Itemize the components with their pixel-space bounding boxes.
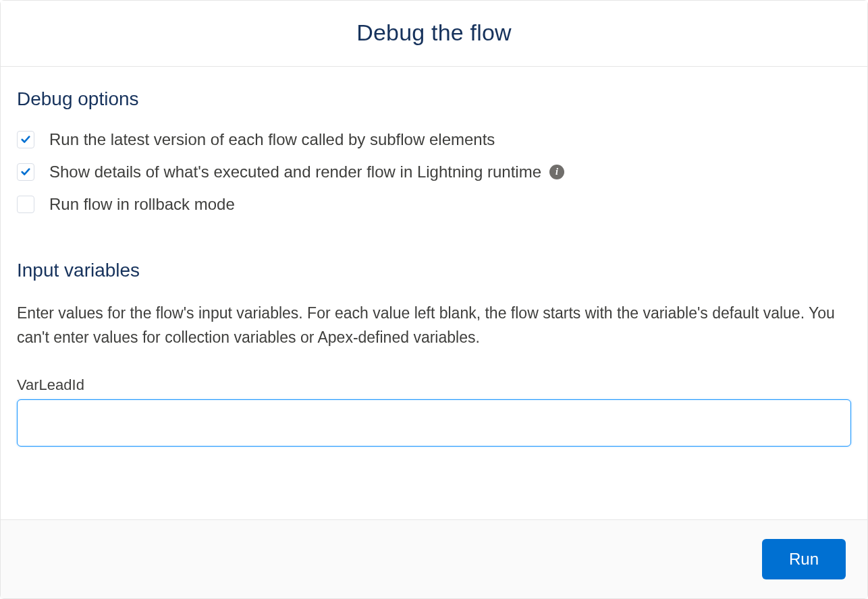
modal-header: Debug the flow [1,1,867,67]
option-label: Run the latest version of each flow call… [49,130,495,149]
option-label: Run flow in rollback mode [49,195,235,214]
option-label: Show details of what's executed and rend… [49,163,541,181]
option-row-latest-version: Run the latest version of each flow call… [17,130,851,149]
checkbox-rollback-mode[interactable] [17,196,34,213]
input-variables-help: Enter values for the flow's input variab… [17,302,851,349]
debug-options-heading: Debug options [17,88,851,110]
field-label-varleadid: VarLeadId [17,376,851,394]
checkbox-latest-version[interactable] [17,131,34,148]
checkbox-show-details[interactable] [17,163,34,181]
option-row-rollback-mode: Run flow in rollback mode [17,195,851,214]
check-icon [21,135,30,144]
input-varleadid[interactable] [17,399,851,447]
debug-flow-modal: Debug the flow Debug options Run the lat… [0,0,868,599]
input-variables-heading: Input variables [17,260,851,281]
modal-body: Debug options Run the latest version of … [1,67,867,519]
run-button[interactable]: Run [762,539,846,579]
option-row-show-details: Show details of what's executed and rend… [17,163,851,181]
info-icon[interactable]: i [549,165,564,179]
check-icon [21,167,30,177]
modal-title: Debug the flow [17,20,851,46]
modal-footer: Run [1,519,867,598]
